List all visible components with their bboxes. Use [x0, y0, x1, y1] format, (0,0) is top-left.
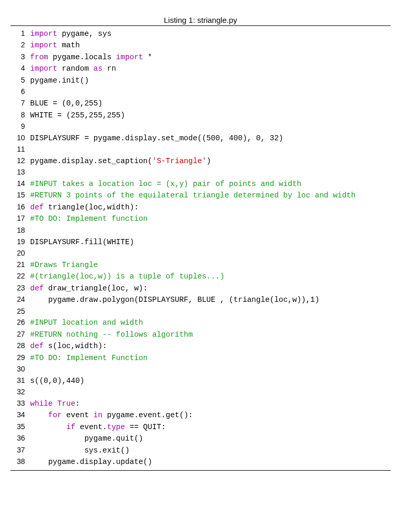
code-text: #Draws Triangle [30, 259, 391, 271]
code-text: DISPLAYSURF.fill(WHITE) [30, 236, 391, 248]
line-number: 18 [10, 225, 30, 236]
token-kw: if [66, 423, 75, 431]
code-line: 24 pygame.draw.polygon(DISPLAYSURF, BLUE… [10, 294, 391, 305]
token: pygame, sys [57, 30, 111, 38]
code-text: pygame.display.update() [30, 456, 391, 468]
line-number: 12 [10, 155, 30, 167]
code-line: 16def triangle(loc,width): [10, 202, 391, 213]
token: WHITE = (255,255,255) [30, 111, 125, 119]
token-kw: as [93, 64, 102, 73]
code-line: 9 [10, 121, 391, 132]
token: rn [102, 64, 116, 73]
code-line: 8WHITE = (255,255,255) [10, 110, 391, 121]
code-line: 23def draw_triangle(loc, w): [10, 283, 391, 294]
code-line: 27#RETURN nothing -- follows algorithm [10, 329, 391, 340]
token-kw: import [30, 41, 57, 49]
code-line: 36 pygame.quit() [10, 433, 391, 444]
page: Listing 1: striangle.py 1import pygame, … [10, 16, 391, 471]
code-text: #TO DO: Implement function [30, 213, 391, 224]
code-line: 5pygame.init() [10, 75, 391, 86]
line-number: 22 [10, 271, 30, 282]
token: s(loc,width): [44, 342, 107, 350]
line-number: 27 [10, 329, 30, 340]
code-text: pygame.quit() [30, 433, 391, 444]
line-number: 7 [10, 98, 30, 109]
code-line: 4import random as rn [10, 63, 391, 74]
line-number: 26 [10, 317, 30, 328]
code-line: 30 [10, 364, 391, 375]
code-line: 12pygame.display.set_caption('S-Triangle… [10, 155, 391, 167]
token: * [143, 53, 152, 61]
token-kw: for [48, 411, 62, 419]
line-number: 21 [10, 259, 30, 271]
token-cm: #INPUT location and width [30, 318, 143, 327]
token-kw: def [30, 284, 44, 292]
code-line: 29#TO DO: Implement Function [10, 352, 391, 364]
code-text: #RETURN 3 points of the equilateral tria… [30, 190, 391, 201]
token: DISPLAYSURF = pygame.display.set_mode((5… [30, 134, 283, 142]
line-number: 37 [10, 445, 30, 456]
line-number: 13 [10, 167, 30, 178]
code-text: #INPUT takes a location loc = (x,y) pair… [30, 178, 391, 190]
code-line: 20 [10, 248, 391, 259]
token: : [75, 400, 80, 408]
token [53, 400, 58, 408]
token-cm: #(triangle(loc,w)) is a tuple of tuples.… [30, 272, 224, 281]
token: random [57, 64, 93, 73]
code-line: 18 [10, 225, 391, 236]
code-text: DISPLAYSURF = pygame.display.set_mode((5… [30, 132, 391, 144]
code-text: #TO DO: Implement Function [30, 352, 391, 364]
code-line: 13 [10, 167, 391, 178]
line-number: 5 [10, 75, 30, 86]
code-line: 2import math [10, 39, 391, 51]
token: ) [206, 157, 211, 165]
token: s((0,0),440) [30, 377, 84, 385]
code-text: WHITE = (255,255,255) [30, 110, 391, 121]
code-line: 1import pygame, sys [10, 28, 391, 39]
code-text: def draw_triangle(loc, w): [30, 283, 391, 294]
token-cm: #TO DO: Implement function [30, 215, 148, 223]
code-line: 32 [10, 387, 391, 398]
code-text: s((0,0),440) [30, 375, 391, 387]
code-line: 33while True: [10, 398, 391, 409]
token: pygame.display.set_caption( [30, 157, 152, 165]
line-number: 34 [10, 409, 30, 421]
line-number: 9 [10, 121, 30, 132]
code-text: #(triangle(loc,w)) is a tuple of tuples.… [30, 271, 391, 282]
token-kw: import [30, 30, 57, 38]
line-number: 36 [10, 433, 30, 444]
line-number: 11 [10, 144, 30, 155]
code-line: 37 sys.exit() [10, 445, 391, 456]
token-kw: in [93, 411, 102, 419]
code-listing: 1import pygame, sys2import math3from pyg… [10, 25, 391, 471]
token-cm: #RETURN nothing -- follows algorithm [30, 330, 193, 339]
code-text: def s(loc,width): [30, 340, 391, 352]
line-number: 32 [10, 387, 30, 398]
token-kw: def [30, 342, 44, 350]
token-kw: import [116, 53, 143, 61]
code-text: def triangle(loc,width): [30, 202, 391, 213]
code-line: 28def s(loc,width): [10, 340, 391, 352]
line-number: 6 [10, 86, 30, 98]
token-cm: #Draws Triangle [30, 261, 98, 269]
line-number: 29 [10, 352, 30, 364]
token-bi: type [107, 423, 125, 431]
code-text: if event.type == QUIT: [30, 421, 391, 433]
token-str: 'S-Triangle' [152, 157, 206, 165]
token: pygame.event.get(): [102, 411, 193, 419]
code-text: BLUE = (0,0,255) [30, 98, 391, 109]
line-number: 10 [10, 132, 30, 144]
line-number: 25 [10, 306, 30, 317]
line-number: 24 [10, 294, 30, 305]
code-line: 35 if event.type == QUIT: [10, 421, 391, 433]
token-cm: #RETURN 3 points of the equilateral tria… [30, 191, 356, 200]
line-number: 14 [10, 178, 30, 190]
token: draw_triangle(loc, w): [44, 284, 148, 292]
code-line: 38 pygame.display.update() [10, 456, 391, 468]
code-text: for event in pygame.event.get(): [30, 409, 391, 421]
token: pygame.locals [48, 53, 116, 61]
line-number: 1 [10, 28, 30, 39]
code-text: pygame.draw.polygon(DISPLAYSURF, BLUE , … [30, 294, 391, 305]
line-number: 17 [10, 213, 30, 224]
code-line: 22#(triangle(loc,w)) is a tuple of tuple… [10, 271, 391, 282]
